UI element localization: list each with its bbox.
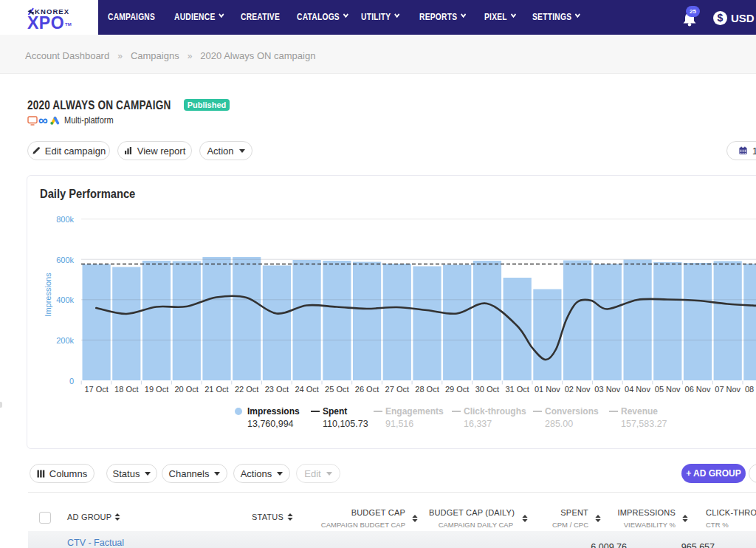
svg-text:06 Nov: 06 Nov <box>685 385 711 394</box>
svg-text:27 Oct: 27 Oct <box>385 385 409 394</box>
svg-text:23 Oct: 23 Oct <box>265 385 289 394</box>
svg-text:08 Nov: 08 Nov <box>745 385 756 394</box>
svg-text:21 Oct: 21 Oct <box>205 385 228 394</box>
svg-text:25 Oct: 25 Oct <box>325 385 348 394</box>
svg-text:0: 0 <box>69 377 74 386</box>
svg-text:01 Nov: 01 Nov <box>535 385 560 394</box>
svg-text:24 Oct: 24 Oct <box>295 385 318 394</box>
svg-text:600k: 600k <box>56 256 74 264</box>
svg-text:200k: 200k <box>56 336 74 345</box>
svg-text:05 Nov: 05 Nov <box>655 385 681 394</box>
svg-text:800k: 800k <box>56 215 74 224</box>
svg-text:22 Oct: 22 Oct <box>235 385 258 394</box>
svg-text:Impressions: Impressions <box>44 273 52 317</box>
svg-text:400k: 400k <box>56 295 74 304</box>
svg-text:18 Oct: 18 Oct <box>114 385 138 394</box>
svg-text:07 Nov: 07 Nov <box>715 385 740 394</box>
svg-text:20 Oct: 20 Oct <box>174 385 198 394</box>
svg-text:19 Oct: 19 Oct <box>145 385 168 394</box>
svg-text:28 Oct: 28 Oct <box>415 385 439 394</box>
svg-text:02 Nov: 02 Nov <box>565 385 591 394</box>
svg-text:30 Oct: 30 Oct <box>475 385 499 394</box>
svg-text:26 Oct: 26 Oct <box>355 385 379 394</box>
svg-text:29 Oct: 29 Oct <box>445 385 469 394</box>
svg-text:04 Nov: 04 Nov <box>625 385 650 394</box>
svg-text:17 Oct: 17 Oct <box>84 385 108 394</box>
svg-text:03 Nov: 03 Nov <box>594 385 620 394</box>
svg-text:31 Oct: 31 Oct <box>505 385 529 394</box>
